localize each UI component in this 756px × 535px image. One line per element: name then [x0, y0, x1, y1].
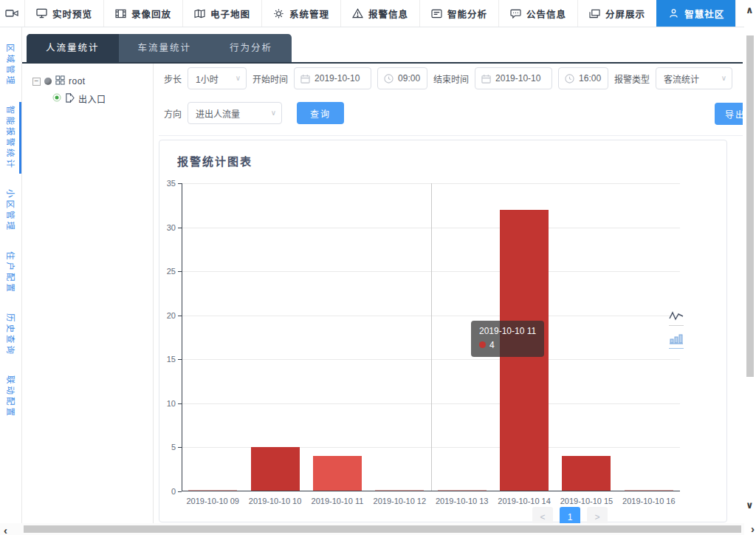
query-button[interactable]: 查询 [297, 102, 344, 124]
side-menu-item-1[interactable]: 智能报警统计 [0, 106, 21, 170]
navbar-item-label: 分屏展示 [605, 7, 645, 21]
bar-1[interactable] [251, 447, 300, 491]
navbar-item-1[interactable]: 录像回放 [103, 0, 182, 27]
x-axis-label: 2019-10-10 13 [431, 497, 493, 505]
end-date-input[interactable]: 2019-10-10 [475, 67, 552, 89]
navbar-item-label: 公告信息 [526, 7, 566, 21]
x-axis-label: 2019-10-10 11 [306, 497, 368, 505]
bar-6[interactable] [562, 456, 611, 491]
x-axis-label: 2019-10-10 10 [244, 497, 306, 505]
scroll-left-icon[interactable]: ‹ [4, 525, 7, 535]
start-time-label: 开始时间 [252, 72, 288, 85]
gear-icon [273, 8, 284, 19]
community-person-icon [668, 8, 679, 18]
tab-underline [22, 62, 743, 64]
y-axis-line [182, 183, 182, 491]
navbar-item-label: 系统管理 [289, 7, 329, 21]
scroll-down-icon[interactable]: ∨ [746, 500, 754, 510]
tab-1[interactable]: 车流量统计 [119, 34, 211, 62]
export-button[interactable]: 导出 [715, 103, 743, 125]
navbar-items: 实时预览录像回放电子地图系统管理报警信息智能分析公告信息分屏展示智慧社区车位管理 [24, 0, 756, 27]
horizontal-scrollbar[interactable]: ‹ [0, 523, 744, 535]
x-axis-line [182, 491, 680, 491]
tooltip-value: 4 [489, 340, 495, 350]
x-axis-label: 2019-10-10 12 [368, 497, 430, 505]
side-menu-item-label: 住户配置 [5, 251, 17, 294]
film-icon [115, 9, 126, 18]
chart-plot: 051015202530352019-10-10 092019-10-10 10… [182, 183, 680, 491]
chevron-down-icon: ∨ [236, 74, 241, 82]
step-label: 步长 [164, 72, 182, 85]
y-axis-label: 25 [159, 267, 176, 276]
navbar-item-5[interactable]: 智能分析 [419, 0, 498, 27]
main-content: 步长 1小时∨ 开始时间 2019-10-10 09:00 结束时间 [159, 64, 743, 523]
end-hour-input[interactable]: 16:00 [558, 67, 608, 89]
vertical-scroll-thumb[interactable] [746, 35, 754, 377]
pagination: <1> [532, 507, 608, 523]
tree-node-root[interactable]: − root [32, 75, 153, 87]
clock-icon [384, 74, 394, 84]
start-date-input[interactable]: 2019-10-10 [294, 67, 371, 89]
grid-icon [55, 75, 65, 87]
y-axis-label: 15 [159, 355, 176, 364]
horizontal-scroll-thumb[interactable] [24, 525, 741, 533]
app-window: 实时预览录像回放电子地图系统管理报警信息智能分析公告信息分屏展示智慧社区车位管理… [0, 0, 756, 535]
analysis-card-icon [431, 9, 442, 18]
direction-select[interactable]: 进出人流量∨ [188, 102, 282, 124]
pagination-prev-button[interactable]: < [532, 507, 553, 523]
tab-2[interactable]: 行为分析 [210, 34, 292, 62]
y-axis-label: 35 [159, 179, 176, 188]
bar-5[interactable] [500, 210, 549, 491]
alarm-type-select[interactable]: 客流统计∨ [656, 67, 732, 89]
chevron-down-icon: ∨ [721, 74, 726, 82]
side-menu-item-4[interactable]: 历史查询 [0, 313, 21, 356]
step-select[interactable]: 1小时∨ [188, 67, 247, 89]
alarm-type-label: 报警类型 [614, 72, 650, 85]
pagination-page-1[interactable]: 1 [560, 507, 580, 523]
side-menu-item-2[interactable]: 小区管理 [0, 189, 21, 232]
series-dot-icon [479, 341, 486, 348]
navbar-item-6[interactable]: 公告信息 [498, 0, 577, 27]
scroll-up-icon[interactable]: ∧ [746, 5, 754, 15]
scroll-right-icon[interactable]: › [751, 523, 755, 534]
navbar-item-3[interactable]: 系统管理 [261, 0, 340, 27]
side-menu-item-label: 区域管理 [5, 44, 17, 86]
side-menu-item-5[interactable]: 联动配置 [0, 375, 21, 418]
navbar-item-label: 报警信息 [368, 7, 408, 21]
side-menu-item-label: 联动配置 [5, 375, 17, 418]
bar-2[interactable] [313, 456, 362, 491]
chart-card: 报警统计图表 051015202530352019-10-10 092019-1… [159, 140, 727, 522]
door-exit-icon [65, 93, 75, 105]
navbar-item-2[interactable]: 电子地图 [182, 0, 261, 27]
tree-node-entrance[interactable]: 出入口 [52, 92, 153, 105]
side-menu-item-0[interactable]: 区域管理 [0, 44, 21, 86]
switch-to-bar-icon[interactable] [669, 333, 684, 349]
y-axis-label: 5 [159, 443, 176, 451]
chevron-down-icon: ∨ [271, 109, 276, 117]
tab-group: 人流量统计车流量统计行为分析 [27, 34, 292, 62]
collapse-icon[interactable]: − [32, 78, 41, 86]
navbar-item-4[interactable]: 报警信息 [340, 0, 419, 27]
tree-node-label: root [69, 76, 86, 86]
x-axis-label: 2019-10-10 16 [618, 497, 680, 505]
calendar-icon [300, 74, 310, 84]
navbar-item-8[interactable]: 智慧社区 [656, 0, 735, 27]
vertical-scrollbar[interactable]: ∧ ∨ [744, 0, 756, 523]
switch-to-line-icon[interactable] [669, 310, 684, 326]
navbar-item-label: 智慧社区 [684, 7, 724, 21]
pagination-next-button[interactable]: > [587, 507, 608, 523]
side-menu-item-label: 小区管理 [5, 189, 17, 232]
side-menu: 区域管理智能报警统计小区管理住户配置历史查询联动配置 [0, 27, 22, 523]
side-menu-item-3[interactable]: 住户配置 [0, 251, 21, 294]
tab-0[interactable]: 人流量统计 [27, 34, 119, 62]
navbar-item-7[interactable]: 分屏展示 [577, 0, 656, 27]
device-tree-panel: − root 出入口 [22, 64, 154, 523]
navbar-item-0[interactable]: 实时预览 [24, 0, 103, 27]
navbar-item-label: 智能分析 [447, 7, 487, 21]
filter-row-2: 方向 进出人流量∨ 查询 [159, 102, 743, 124]
split-screens-icon [589, 9, 600, 18]
y-axis-tick [178, 491, 182, 492]
top-navbar: 实时预览录像回放电子地图系统管理报警信息智能分析公告信息分屏展示智慧社区车位管理… [0, 0, 756, 27]
status-dot-icon [52, 93, 61, 104]
start-hour-input[interactable]: 09:00 [377, 67, 427, 89]
